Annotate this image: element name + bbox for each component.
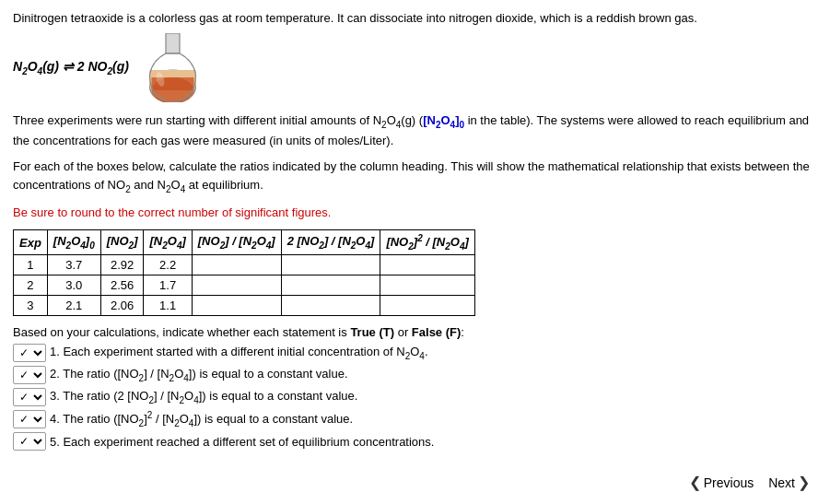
table-row: 2 3.0 2.56 1.7 — [14, 275, 475, 296]
previous-button[interactable]: ❮ Previous — [682, 470, 761, 495]
cell-n2o4-2: 1.7 — [144, 275, 192, 296]
statement-select-5[interactable]: ✓TF — [13, 432, 46, 451]
statement-row-2: ✓TF 2. The ratio ([NO2] / [N2O4]) is equ… — [13, 366, 817, 384]
statement-text-5: 5. Each experiment reached a different s… — [50, 435, 434, 449]
cell-n2o4-0-2: 3.0 — [47, 275, 100, 296]
statement-select-2[interactable]: ✓TF — [13, 366, 46, 384]
col-n2o4: [N2O4] — [144, 230, 192, 255]
intro-text: Dinitrogen tetraoxide is a colorless gas… — [13, 9, 817, 28]
statement-text-2: 2. The ratio ([NO2] / [N2O4]) is equal t… — [50, 367, 348, 383]
input-ratio1-1[interactable] — [206, 258, 266, 272]
statement-select-4[interactable]: ✓TF — [13, 410, 46, 428]
cell-n2o4-3: 1.1 — [144, 296, 192, 316]
cell-no2-1: 2.92 — [100, 255, 144, 275]
statement-select-1[interactable]: ✓TF — [13, 344, 46, 362]
cell-ratio2-2[interactable] — [281, 275, 380, 296]
statement-text-4: 4. The ratio ([NO2]2 / [N2O4]) is equal … — [50, 410, 353, 428]
equation-row: N2O4(g) ⇌ 2 NO2(g) — [13, 33, 817, 102]
statement-text-1: 1. Each experiment started with a differ… — [50, 345, 428, 361]
flask-image — [147, 33, 198, 102]
data-table-section: Exp [N2O4]0 [NO2] [N2O4] [NO2] / [N2O4] … — [13, 229, 817, 316]
para2: For each of the boxes below, calculate t… — [13, 158, 817, 196]
table-row: 3 2.1 2.06 1.1 — [14, 296, 475, 316]
input-ratio2-2[interactable] — [301, 278, 361, 292]
col-ratio1: [NO2] / [N2O4] — [192, 230, 281, 255]
input-ratio3-3[interactable] — [398, 299, 458, 312]
cell-ratio3-2[interactable] — [380, 275, 474, 296]
para1: Three experiments were run starting with… — [13, 111, 817, 150]
cell-exp-2: 2 — [14, 275, 48, 296]
input-ratio2-1[interactable] — [301, 258, 361, 272]
next-label: Next — [768, 475, 795, 490]
cell-n2o4-0-3: 2.1 — [47, 296, 100, 316]
input-ratio3-1[interactable] — [398, 258, 458, 272]
cell-exp-1: 1 — [14, 255, 48, 275]
input-ratio1-3[interactable] — [206, 299, 266, 312]
cell-ratio3-1[interactable] — [380, 255, 474, 275]
input-ratio2-3[interactable] — [301, 299, 361, 312]
data-table: Exp [N2O4]0 [NO2] [N2O4] [NO2] / [N2O4] … — [13, 229, 475, 316]
cell-ratio1-2[interactable] — [192, 275, 281, 296]
cell-no2-2: 2.56 — [100, 275, 144, 296]
statement-select-3[interactable]: ✓TF — [13, 388, 46, 406]
cell-exp-3: 3 — [14, 296, 48, 316]
table-row: 1 3.7 2.92 2.2 — [14, 255, 475, 275]
next-button[interactable]: Next ❯ — [761, 470, 817, 495]
equation: N2O4(g) ⇌ 2 NO2(g) — [13, 59, 129, 76]
statement-row-4: ✓TF 4. The ratio ([NO2]2 / [N2O4]) is eq… — [13, 410, 817, 428]
previous-arrow-icon: ❮ — [689, 474, 701, 491]
cell-ratio2-1[interactable] — [281, 255, 380, 275]
previous-label: Previous — [704, 475, 754, 490]
cell-n2o4-1: 2.2 — [144, 255, 192, 275]
input-ratio3-2[interactable] — [398, 278, 458, 292]
svg-rect-0 — [166, 33, 180, 53]
cell-ratio3-3[interactable] — [380, 296, 474, 316]
cell-no2-3: 2.06 — [100, 296, 144, 316]
nav-buttons: ❮ Previous Next ❯ — [682, 470, 817, 495]
col-ratio3: [NO2]2 / [N2O4] — [380, 230, 474, 255]
next-arrow-icon: ❯ — [798, 474, 810, 491]
col-ratio2: 2 [NO2] / [N2O4] — [281, 230, 380, 255]
cell-ratio1-1[interactable] — [192, 255, 281, 275]
col-n2o4-0: [N2O4]0 — [47, 230, 100, 255]
col-no2: [NO2] — [100, 230, 144, 255]
para3: Be sure to round to the correct number o… — [13, 204, 817, 222]
statements-section: Based on your calculations, indicate whe… — [13, 325, 817, 451]
statements-intro: Based on your calculations, indicate whe… — [13, 325, 817, 339]
cell-ratio1-3[interactable] — [192, 296, 281, 316]
input-ratio1-2[interactable] — [206, 278, 266, 292]
col-exp: Exp — [14, 230, 48, 255]
statement-text-3: 3. The ratio (2 [NO2] / [N2O4]) is equal… — [50, 389, 357, 405]
statement-row-1: ✓TF 1. Each experiment started with a di… — [13, 344, 817, 362]
statement-row-3: ✓TF 3. The ratio (2 [NO2] / [N2O4]) is e… — [13, 388, 817, 406]
cell-ratio2-3[interactable] — [281, 296, 380, 316]
cell-n2o4-0-1: 3.7 — [47, 255, 100, 275]
statement-row-5: ✓TF 5. Each experiment reached a differe… — [13, 432, 817, 451]
